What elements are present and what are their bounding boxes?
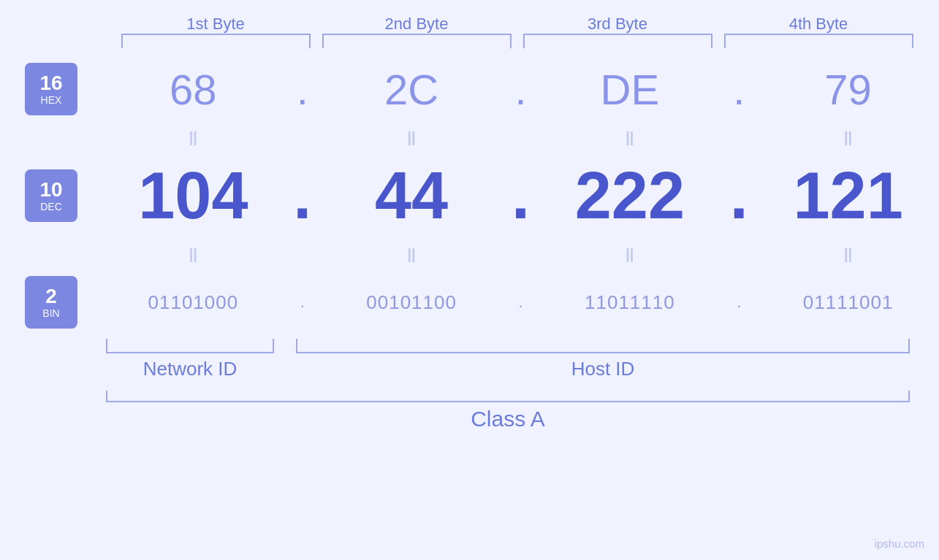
dec-byte-3: 222: [539, 158, 721, 234]
sep-2-b3: ||: [539, 247, 721, 261]
bin-byte-4: 01111001: [757, 291, 939, 314]
top-brackets-row: [115, 34, 919, 48]
bin-row: 01101000 . 00101100 . 11011110 .: [102, 291, 939, 314]
dec-dot-1: .: [284, 158, 321, 234]
dec-dot-val-2: .: [512, 159, 530, 232]
byte-label-2: 2nd Byte: [316, 15, 517, 34]
bin-byte-1: 01101000: [102, 291, 284, 314]
watermark: ipshu.com: [875, 537, 924, 550]
dec-badge: 10 DEC: [25, 169, 77, 222]
host-bracket: [296, 339, 910, 353]
top-bracket-3: [523, 34, 712, 48]
hex-byte-2: 2C: [321, 65, 503, 114]
hex-byte-1: 68: [102, 65, 284, 114]
sep-1-b3: ||: [539, 130, 721, 145]
dec-dot-3: .: [721, 158, 757, 234]
class-label: Class A: [106, 407, 910, 431]
bin-val-1: 01101000: [148, 291, 239, 313]
hex-val-1: 68: [170, 66, 217, 113]
dec-dot-val-1: .: [293, 159, 311, 232]
bin-section: 2 BIN 01101000 . 00101100 . 11011110: [0, 269, 939, 336]
dec-values-row: 104 . 44 . 222 . 121: [102, 158, 939, 234]
dec-row: 104 . 44 . 222 . 121: [102, 158, 939, 234]
bin-base-col: 2 BIN: [0, 269, 102, 336]
sep-row-1: || || || ||: [102, 130, 939, 145]
dec-byte-4: 121: [757, 158, 939, 234]
hex-dot-2: .: [503, 65, 539, 114]
dec-base-label: DEC: [40, 201, 62, 212]
hex-badge: 16 HEX: [25, 63, 77, 115]
bin-base-label: BIN: [42, 307, 59, 319]
hex-dot-3: .: [721, 65, 757, 114]
sep-1-b2: ||: [321, 130, 503, 145]
top-bracket-4: [724, 34, 913, 48]
dec-base-num: 10: [39, 179, 62, 202]
dec-dot-val-3: .: [730, 159, 748, 232]
hex-dot-val-2: .: [514, 66, 526, 113]
hex-section: 16 HEX 68 . 2C . DE: [0, 55, 939, 123]
id-labels-row: Network ID Host ID: [106, 358, 910, 380]
sep-1-b1: ||: [102, 130, 284, 145]
hex-val-4: 79: [824, 66, 872, 113]
sep-section-1: || || || ||: [0, 123, 939, 152]
bin-dot-2: .: [503, 293, 539, 312]
top-bracket-1: [121, 34, 311, 48]
bin-byte-2: 00101100: [321, 291, 503, 314]
bin-dot-1: .: [284, 293, 321, 312]
dec-val-1: 104: [138, 159, 248, 232]
sep-vals-1: || || || ||: [102, 130, 939, 145]
top-bracket-2: [322, 34, 512, 48]
bin-byte-3: 11011110: [539, 291, 721, 314]
byte-labels-row: 1st Byte 2nd Byte 3rd Byte 4th Byte: [115, 15, 919, 34]
hex-byte-4: 79: [757, 65, 939, 114]
byte-label-1: 1st Byte: [115, 15, 316, 34]
sep-row-2: || || || ||: [102, 247, 939, 261]
sep-section-2: || || || ||: [0, 239, 939, 269]
dec-val-4: 121: [794, 159, 903, 232]
main-container: 1st Byte 2nd Byte 3rd Byte 4th Byte 16 H…: [0, 0, 939, 560]
bin-val-2: 00101100: [366, 291, 457, 313]
sep-vals-2: || || || ||: [102, 247, 939, 261]
hex-base-col: 16 HEX: [0, 55, 102, 123]
bottom-brackets-row: [106, 339, 910, 353]
network-id-label: Network ID: [106, 358, 274, 380]
sep-2-b2: ||: [321, 247, 503, 261]
dec-section: 10 DEC 104 . 44 . 222: [0, 152, 939, 239]
bin-values-row: 01101000 . 00101100 . 11011110 .: [102, 291, 939, 314]
hex-dot-val-1: .: [297, 66, 308, 113]
dec-byte-2: 44: [321, 158, 503, 234]
sep-2-b4: ||: [757, 247, 939, 261]
hex-values-row: 68 . 2C . DE . 79: [102, 65, 939, 114]
bin-badge: 2 BIN: [25, 276, 77, 329]
bin-dot-val-2: .: [518, 293, 522, 311]
dec-byte-1: 104: [102, 158, 284, 234]
byte-label-4: 4th Byte: [718, 15, 919, 34]
hex-val-3: DE: [601, 66, 660, 113]
bin-dot-val-3: .: [737, 293, 741, 311]
hex-dot-1: .: [284, 65, 321, 114]
hex-base-label: HEX: [41, 94, 62, 106]
class-row: Class A: [106, 391, 910, 431]
byte-label-3: 3rd Byte: [517, 15, 718, 34]
bin-val-3: 11011110: [585, 291, 675, 313]
hex-byte-3: DE: [539, 65, 721, 114]
dec-val-2: 44: [375, 159, 448, 232]
dec-dot-2: .: [503, 158, 539, 234]
hex-base-num: 16: [39, 72, 62, 95]
bin-base-num: 2: [45, 285, 57, 308]
hex-row: 68 . 2C . DE . 79: [102, 65, 939, 114]
sep-1-b4: ||: [757, 130, 939, 145]
dec-base-col: 10 DEC: [0, 162, 102, 229]
class-bracket-line: [106, 391, 910, 402]
bin-val-4: 01111001: [803, 291, 894, 313]
host-id-label: Host ID: [296, 358, 910, 380]
hex-val-2: 2C: [384, 66, 438, 113]
net-bracket: [106, 339, 274, 353]
sep-2-b1: ||: [102, 247, 284, 261]
hex-dot-val-3: .: [733, 66, 745, 113]
bin-dot-val-1: .: [300, 293, 305, 311]
bin-dot-3: .: [721, 293, 757, 312]
bottom-section: Network ID Host ID Class A: [0, 339, 939, 431]
dec-val-3: 222: [575, 159, 685, 232]
